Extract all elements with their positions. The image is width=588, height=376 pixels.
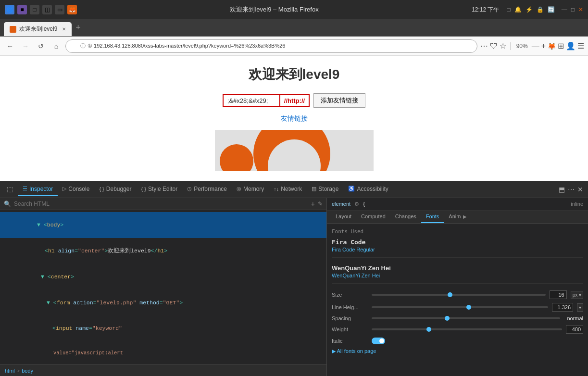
tab-memory[interactable]: ◎ Memory xyxy=(232,183,269,196)
font-variant-fira: Fira Code Regular xyxy=(332,247,583,252)
devtools-pick-btn[interactable]: ⬚ xyxy=(2,182,18,197)
app-icon-3: □ xyxy=(30,5,39,14)
close-btn[interactable]: ✕ xyxy=(578,6,583,13)
html-panel: 🔍 + ✎ ▼ <body> <h1 align="center">欢迎来到le… xyxy=(0,198,327,376)
keyword-input-part1[interactable]: ;&#x28;&#x29; xyxy=(223,94,280,107)
page-title: 欢迎来到level9 xyxy=(249,65,340,84)
app-icon-1: 🌀 xyxy=(5,5,14,14)
hamburger-btn[interactable]: ☰ xyxy=(577,41,584,50)
tab-network[interactable]: ↑↓ Network xyxy=(269,183,307,196)
tab-close-btn[interactable]: ✕ xyxy=(62,26,66,32)
size-value-input[interactable] xyxy=(550,290,567,299)
size-slider[interactable] xyxy=(372,294,546,296)
breadcrumb-body[interactable]: body xyxy=(22,368,33,374)
app-icon-2: ■ xyxy=(17,5,27,14)
italic-toggle[interactable] xyxy=(372,338,385,344)
weight-prop-row: Weight xyxy=(332,325,583,334)
tab-storage[interactable]: ▤ Storage xyxy=(307,183,343,196)
tree-row-body[interactable]: ▼ <body> xyxy=(0,212,326,238)
app-icon-5: ▭ xyxy=(55,5,64,14)
debugger-icon: { } xyxy=(99,186,104,192)
active-tab[interactable]: 欢迎来到level9 ✕ xyxy=(4,22,72,36)
tab-debugger[interactable]: { } Debugger xyxy=(94,183,136,196)
element-label: element xyxy=(332,201,350,207)
tree-row-input1[interactable]: <input name="keyword" xyxy=(0,315,326,341)
line-height-value-input[interactable] xyxy=(552,303,573,312)
url-bar[interactable]: ⓘ ① 192.168.43.128:8080/xss-labs-master/… xyxy=(65,39,477,53)
forward-btn[interactable]: → xyxy=(19,40,32,52)
console-label: Console xyxy=(68,186,89,192)
memory-icon: ◎ xyxy=(237,186,241,192)
breadcrumb-html[interactable]: html xyxy=(5,368,15,374)
tree-row-h1[interactable]: <h1 align="center">欢迎来到level9</h1> xyxy=(0,238,326,264)
zoom-level: 90% xyxy=(514,43,530,50)
style-editor-label: Style Editor xyxy=(148,186,177,192)
spacing-slider[interactable] xyxy=(372,317,560,319)
right-tab-fonts[interactable]: Fonts xyxy=(421,211,444,223)
tree-row-form[interactable]: ▼ <form action="level9.php" method="GET"… xyxy=(0,289,326,315)
html-search-input[interactable] xyxy=(14,201,308,207)
weight-slider[interactable] xyxy=(372,328,562,330)
tab-console[interactable]: ▷ Console xyxy=(58,183,94,196)
back-btn[interactable]: ← xyxy=(4,40,16,52)
keyword-input-part2[interactable]: //http:// xyxy=(280,94,310,107)
size-prop-row: Size px ▾ xyxy=(332,290,583,299)
window-title: 欢迎来到level9 – Mozilla Firefox xyxy=(81,5,468,14)
tab-inspector[interactable]: ☰ Inspector xyxy=(18,183,58,196)
profile-btn[interactable]: 👤 xyxy=(566,41,575,50)
line-height-unit: ▾ xyxy=(577,303,583,312)
bookmark-btn[interactable]: ☆ xyxy=(500,41,506,50)
devtools-close-btn[interactable]: ✕ xyxy=(577,186,583,193)
devtools-right-icons: ⬒ ⋯ ✕ xyxy=(559,186,586,193)
gear-icon: ⚙ xyxy=(354,201,359,207)
app-icon-4: ◫ xyxy=(42,5,52,14)
devtools-dock-btn[interactable]: ⬒ xyxy=(559,186,565,193)
right-tab-layout[interactable]: Layout xyxy=(331,211,356,223)
window-controls: 12:12 下午 □ 🔔 ⚡ 🔒 🔄 — □ ✕ xyxy=(472,6,583,14)
inspector-label: Inspector xyxy=(29,186,53,192)
right-tab-changes[interactable]: Changes xyxy=(390,211,421,223)
new-window-btn[interactable]: + xyxy=(541,42,546,50)
tab-title: 欢迎来到level9 xyxy=(19,25,57,33)
new-tab-btn[interactable]: + xyxy=(75,23,81,33)
weight-value-input[interactable] xyxy=(566,325,583,334)
tree-row-center1[interactable]: ▼ <center> xyxy=(0,264,326,290)
zoom-separator: — xyxy=(532,42,539,50)
storage-label: Storage xyxy=(318,186,338,192)
addons-btn[interactable]: 🦊 xyxy=(548,42,556,50)
tab-favicon xyxy=(10,26,16,33)
devtools: ⬚ ☰ Inspector ▷ Console { } Debugger { }… xyxy=(0,181,588,376)
devtools-tabbar: ⬚ ☰ Inspector ▷ Console { } Debugger { }… xyxy=(0,181,588,198)
minimize-btn[interactable]: — xyxy=(562,6,567,13)
clock: 12:12 下午 xyxy=(472,6,499,14)
tree-row-input1-value[interactable]: value="javascript:alert xyxy=(0,341,326,364)
submit-btn[interactable]: 添加友情链接 xyxy=(313,93,365,108)
add-node-btn[interactable]: + xyxy=(311,200,315,208)
friend-link[interactable]: 友情链接 xyxy=(281,114,308,123)
size-thumb xyxy=(448,292,452,297)
tab-performance[interactable]: ◷ Performance xyxy=(182,183,232,196)
right-tab-computed[interactable]: Computed xyxy=(356,211,390,223)
extensions-btn[interactable]: ⊞ xyxy=(558,41,564,50)
maximize-btn[interactable]: □ xyxy=(571,6,575,13)
line-height-slider[interactable] xyxy=(372,306,548,308)
line-height-thumb xyxy=(466,305,471,310)
url-text: ① 192.168.43.128:8080/xss-labs-master/le… xyxy=(88,43,463,49)
page-image xyxy=(215,130,374,171)
home-btn[interactable]: ⌂ xyxy=(50,40,63,52)
size-unit: px ▾ xyxy=(571,291,583,299)
refresh-btn[interactable]: ↺ xyxy=(35,40,47,52)
size-label: Size xyxy=(332,292,368,298)
pick-element-btn[interactable]: ✎ xyxy=(318,201,323,207)
weight-thumb xyxy=(426,327,431,332)
devtools-more-btn[interactable]: ⋯ xyxy=(568,186,575,193)
shield-icon: 🛡 xyxy=(490,42,498,50)
orange-circle-small xyxy=(220,144,253,171)
tab-accessibility[interactable]: ♿ Accessibility xyxy=(343,183,393,196)
tab-style-editor[interactable]: { } Style Editor xyxy=(137,183,183,196)
more-btn[interactable]: ⋯ xyxy=(480,41,488,50)
right-tab-anim[interactable]: Anim ▶ xyxy=(444,211,472,223)
accessibility-icon: ♿ xyxy=(348,186,355,192)
all-fonts-link[interactable]: ▶ All fonts on page xyxy=(332,348,583,354)
line-height-prop-row: Line Heig... ▾ xyxy=(332,303,583,312)
